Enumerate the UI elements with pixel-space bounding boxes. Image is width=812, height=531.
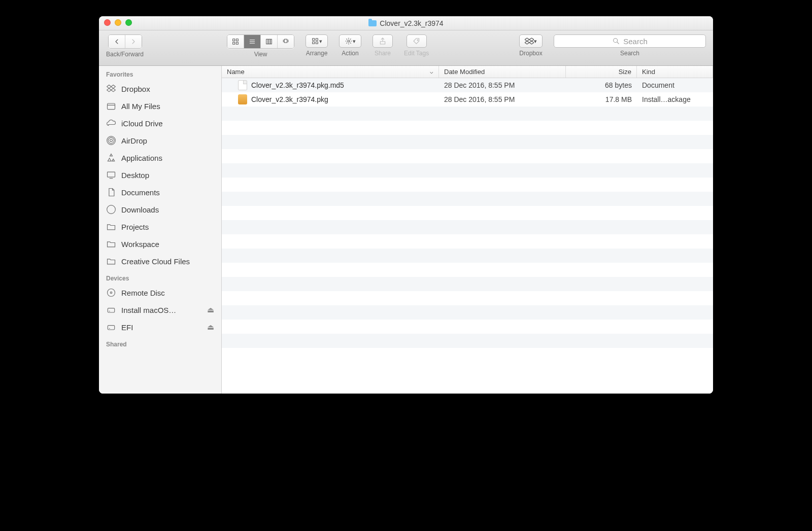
sidebar-item-label: Documents <box>121 188 160 197</box>
svg-rect-9 <box>270 39 272 44</box>
tags-label: Edit Tags <box>404 50 429 57</box>
empty-row <box>222 206 713 220</box>
svg-point-32 <box>110 139 113 142</box>
empty-row <box>222 320 713 334</box>
file-name-cell: Clover_v2.3k_r3974.pkg.md5 <box>222 80 439 90</box>
empty-row <box>222 192 713 206</box>
svg-rect-0 <box>233 39 235 41</box>
empty-row <box>222 163 713 178</box>
arrange-label: Arrange <box>306 50 328 57</box>
svg-point-17 <box>348 40 350 42</box>
empty-row <box>222 220 713 234</box>
finder-window: Clover_v2.3k_r3974 Back/Forward <box>99 16 713 394</box>
sidebar-device-install-macos-[interactable]: Install macOS…⏏ <box>99 301 221 318</box>
sidebar-device-efi[interactable]: EFI⏏ <box>99 318 221 336</box>
empty-row <box>222 135 713 149</box>
column-name[interactable]: Name ⌵ <box>222 66 439 78</box>
action-group: ▾ Action <box>339 34 361 57</box>
sidebar-device-remote-disc[interactable]: Remote Disc <box>99 284 221 301</box>
documents-icon <box>106 187 116 197</box>
empty-row <box>222 334 713 348</box>
column-kind[interactable]: Kind <box>637 66 713 78</box>
folder-icon <box>106 239 116 249</box>
action-label: Action <box>342 50 358 57</box>
back-button[interactable] <box>109 35 125 48</box>
column-date[interactable]: Date Modified <box>439 66 566 78</box>
view-icons-button[interactable] <box>227 35 244 48</box>
tags-button[interactable] <box>407 34 427 48</box>
sidebar-shared-header: Shared <box>99 336 221 350</box>
back-forward-segment <box>108 34 142 49</box>
svg-point-24 <box>614 39 618 43</box>
sidebar-item-label: AirDrop <box>121 136 147 145</box>
view-columns-button[interactable] <box>261 35 278 48</box>
dropbox-button[interactable]: ▾ <box>519 34 543 48</box>
svg-rect-13 <box>313 39 315 41</box>
empty-row <box>222 348 713 362</box>
svg-rect-40 <box>108 308 114 312</box>
icloud-icon <box>106 118 116 128</box>
svg-marker-28 <box>107 88 111 92</box>
sidebar-item-desktop[interactable]: Desktop <box>99 166 221 184</box>
file-row[interactable]: Clover_v2.3k_r3974.pkg28 Dec 2016, 8:55 … <box>222 92 713 107</box>
allfiles-icon <box>106 101 116 111</box>
eject-icon[interactable]: ⏏ <box>207 305 214 314</box>
apps-icon <box>106 153 116 163</box>
svg-rect-2 <box>233 42 235 44</box>
column-size[interactable]: Size <box>566 66 637 78</box>
svg-rect-30 <box>108 103 115 110</box>
sidebar-item-icloud-drive[interactable]: iCloud Drive <box>99 115 221 132</box>
sidebar-item-dropbox[interactable]: Dropbox <box>99 80 221 97</box>
sidebar-item-downloads[interactable]: Downloads <box>99 201 221 218</box>
sidebar-item-airdrop[interactable]: AirDrop <box>99 132 221 149</box>
file-row[interactable]: Clover_v2.3k_r3974.pkg.md528 Dec 2016, 8… <box>222 78 713 92</box>
minimize-button[interactable] <box>115 19 121 26</box>
window-title-text: Clover_v2.3k_r3974 <box>380 19 443 27</box>
view-list-button[interactable] <box>244 35 261 48</box>
chevron-down-icon: ▾ <box>353 38 356 45</box>
sort-indicator-icon: ⌵ <box>430 68 433 75</box>
sidebar-item-creative-cloud-files[interactable]: Creative Cloud Files <box>99 253 221 270</box>
arrange-button[interactable]: ▾ <box>306 34 328 48</box>
sidebar-item-workspace[interactable]: Workspace <box>99 235 221 253</box>
sidebar-item-label: Projects <box>121 223 149 231</box>
empty-row <box>222 263 713 277</box>
action-button[interactable]: ▾ <box>339 34 361 48</box>
view-label: View <box>254 51 267 58</box>
sidebar-item-projects[interactable]: Projects <box>99 218 221 235</box>
forward-button[interactable] <box>125 35 142 48</box>
svg-rect-42 <box>108 326 114 330</box>
view-coverflow-button[interactable] <box>278 35 294 48</box>
arrange-group: ▾ Arrange <box>306 34 328 57</box>
svg-marker-29 <box>111 88 115 92</box>
share-button[interactable] <box>373 34 393 48</box>
downloads-icon <box>106 204 116 215</box>
airdrop-icon <box>106 135 116 146</box>
close-button[interactable] <box>104 19 111 26</box>
svg-rect-7 <box>266 39 268 44</box>
sidebar-item-documents[interactable]: Documents <box>99 184 221 201</box>
maximize-button[interactable] <box>125 19 132 26</box>
svg-rect-3 <box>236 42 238 44</box>
empty-row <box>222 277 713 291</box>
sidebar-item-label: Desktop <box>121 171 149 180</box>
chevron-down-icon: ▾ <box>534 38 537 45</box>
view-segment <box>227 34 294 49</box>
sidebar: Favorites DropboxAll My FilesiCloud Driv… <box>99 66 222 394</box>
drive-icon <box>106 322 116 332</box>
folder-icon <box>106 222 116 232</box>
dropbox-icon <box>106 84 116 94</box>
sidebar-item-applications[interactable]: Applications <box>99 149 221 166</box>
svg-rect-1 <box>236 39 238 41</box>
share-group: Share <box>373 34 393 57</box>
empty-row <box>222 121 713 135</box>
sidebar-item-label: All My Files <box>121 102 160 111</box>
pkg-file-icon <box>238 94 247 104</box>
sidebar-item-label: Install macOS… <box>121 306 176 314</box>
eject-icon[interactable]: ⏏ <box>207 323 214 332</box>
titlebar[interactable]: Clover_v2.3k_r3974 <box>99 16 713 30</box>
empty-row <box>222 291 713 305</box>
search-input[interactable]: Search <box>554 34 706 48</box>
file-date-cell: 28 Dec 2016, 8:55 PM <box>439 81 566 89</box>
sidebar-item-all-my-files[interactable]: All My Files <box>99 97 221 115</box>
